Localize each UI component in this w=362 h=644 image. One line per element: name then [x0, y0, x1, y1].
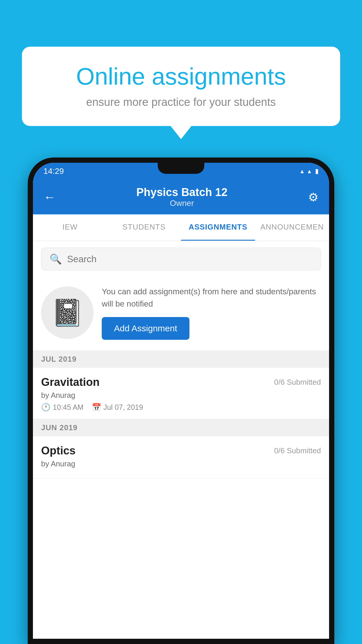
- tabs: IEW STUDENTS ASSIGNMENTS ANNOUNCEMEN: [33, 214, 329, 241]
- battery-icon: ▮: [315, 167, 319, 175]
- assignment-date: Jul 07, 2019: [103, 403, 143, 412]
- bubble-title: Online assignments: [42, 63, 320, 90]
- assignment-by-gravitation: by Anurag: [41, 391, 321, 400]
- status-icons: ▴ ▴ ▮: [301, 167, 319, 175]
- assignment-item-optics[interactable]: Optics 0/6 Submitted by Anurag: [33, 436, 329, 479]
- signal-icon: ▴: [308, 167, 311, 175]
- section-header-jun: JUN 2019: [33, 419, 329, 436]
- assignment-row1: Gravitation 0/6 Submitted: [41, 376, 321, 388]
- header-title: Physics Batch 12: [56, 186, 308, 199]
- assignment-date-item: 📅 Jul 07, 2019: [92, 403, 143, 412]
- tab-students[interactable]: STUDENTS: [107, 214, 181, 241]
- assignment-time: 10:45 AM: [53, 403, 84, 412]
- back-button[interactable]: ←: [43, 190, 56, 204]
- speech-bubble-container: Online assignments ensure more practice …: [22, 47, 340, 126]
- assignment-icon-circle: 📓: [41, 286, 94, 339]
- phone-inner: 14:29 ▴ ▴ ▮ ← Physics Batch 12 Owner ⚙ I…: [33, 163, 329, 639]
- calendar-icon: 📅: [92, 403, 101, 412]
- assignment-meta-gravitation: 🕐 10:45 AM 📅 Jul 07, 2019: [41, 403, 321, 412]
- speech-bubble: Online assignments ensure more practice …: [22, 47, 340, 126]
- tab-assignments[interactable]: ASSIGNMENTS: [181, 214, 255, 241]
- assignment-item-gravitation[interactable]: Gravitation 0/6 Submitted by Anurag 🕐 10…: [33, 368, 329, 419]
- search-icon: 🔍: [50, 253, 62, 265]
- assignment-submitted-optics: 0/6 Submitted: [274, 446, 321, 455]
- status-time: 14:29: [43, 167, 64, 176]
- tab-announcements[interactable]: ANNOUNCEMEN: [255, 214, 329, 241]
- add-assignment-button[interactable]: Add Assignment: [102, 317, 189, 340]
- assignment-row1-optics: Optics 0/6 Submitted: [41, 444, 321, 457]
- header-subtitle: Owner: [56, 199, 308, 208]
- content: 🔍 📓 You can add assignment(s) from here …: [33, 241, 329, 479]
- wifi-icon: ▴: [301, 167, 304, 175]
- phone-frame: 14:29 ▴ ▴ ▮ ← Physics Batch 12 Owner ⚙ I…: [28, 158, 334, 644]
- bubble-subtitle: ensure more practice for your students: [42, 96, 320, 108]
- search-input[interactable]: [67, 254, 312, 265]
- header-center: Physics Batch 12 Owner: [56, 186, 308, 208]
- tab-iew[interactable]: IEW: [33, 214, 107, 241]
- assignment-by-optics: by Anurag: [41, 459, 321, 468]
- status-bar: 14:29 ▴ ▴ ▮: [33, 163, 329, 180]
- clock-icon: 🕐: [41, 403, 50, 412]
- settings-button[interactable]: ⚙: [308, 190, 319, 204]
- notch: [158, 163, 204, 174]
- assignment-name-optics: Optics: [41, 444, 75, 457]
- app-header: ← Physics Batch 12 Owner ⚙: [33, 180, 329, 214]
- search-bar[interactable]: 🔍: [41, 248, 321, 270]
- add-assignment-right: You can add assignment(s) from here and …: [102, 286, 321, 340]
- assignment-notebook-icon: 📓: [51, 298, 84, 328]
- add-assignment-section: 📓 You can add assignment(s) from here an…: [33, 277, 329, 351]
- assignment-name-gravitation: Gravitation: [41, 376, 100, 388]
- assignment-time-item: 🕐 10:45 AM: [41, 403, 84, 412]
- add-assignment-description: You can add assignment(s) from here and …: [102, 286, 321, 310]
- assignment-submitted-gravitation: 0/6 Submitted: [274, 378, 321, 387]
- section-header-jul: JUL 2019: [33, 351, 329, 368]
